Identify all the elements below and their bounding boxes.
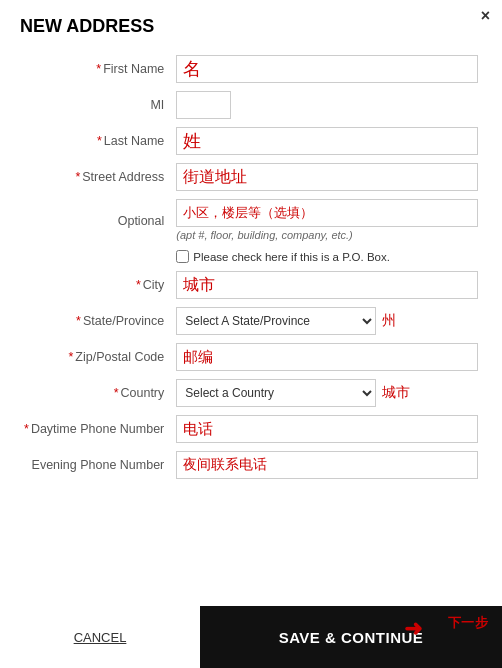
required-star: * — [97, 134, 102, 148]
mi-label: MI — [20, 87, 172, 123]
required-star: * — [24, 422, 29, 436]
optional-input[interactable] — [176, 199, 478, 227]
country-label: *Country — [20, 375, 172, 411]
state-label: *State/Province — [20, 303, 172, 339]
mi-cell — [172, 87, 482, 123]
next-label: 下一步 — [448, 614, 489, 632]
zip-label: *Zip/Postal Code — [20, 339, 172, 375]
po-box-checkbox[interactable] — [176, 250, 189, 263]
form-footer: CANCEL ➜ 下一步 SAVE & CONTINUE — [0, 606, 502, 668]
required-star: * — [136, 278, 141, 292]
po-box-text: Please check here if this is a P.O. Box. — [193, 251, 390, 263]
evening-phone-cell — [172, 447, 482, 483]
street-address-input[interactable] — [176, 163, 478, 191]
city-cell — [172, 267, 482, 303]
daytime-phone-label: *Daytime Phone Number — [20, 411, 172, 447]
first-name-input[interactable] — [176, 55, 478, 83]
save-label: SAVE & CONTINUE — [279, 629, 424, 646]
city-label: *City — [20, 267, 172, 303]
first-name-cell — [172, 51, 482, 87]
zip-cell — [172, 339, 482, 375]
close-button[interactable]: × — [481, 8, 490, 24]
required-star: * — [96, 62, 101, 76]
optional-label: Optional — [20, 195, 172, 246]
modal-title: NEW ADDRESS — [20, 16, 482, 37]
last-name-label: *Last Name — [20, 123, 172, 159]
state-select[interactable]: Select A State/Province — [176, 307, 376, 335]
daytime-phone-input[interactable] — [176, 415, 478, 443]
zip-input[interactable] — [176, 343, 478, 371]
country-chinese: 城市 — [382, 384, 410, 402]
arrow-icon: ➜ — [404, 616, 423, 642]
cancel-button[interactable]: CANCEL — [0, 606, 200, 668]
country-cell: Select a Country 城市 — [172, 375, 482, 411]
required-star: * — [75, 170, 80, 184]
modal: × NEW ADDRESS *First Name MI — [0, 0, 502, 668]
save-continue-button[interactable]: ➜ 下一步 SAVE & CONTINUE — [200, 606, 502, 668]
po-box-cell: Please check here if this is a P.O. Box. — [172, 246, 482, 267]
evening-phone-input[interactable] — [176, 451, 478, 479]
city-input[interactable] — [176, 271, 478, 299]
last-name-cell — [172, 123, 482, 159]
last-name-input[interactable] — [176, 127, 478, 155]
optional-sublabel: (apt #, floor, building, company, etc.) — [176, 229, 353, 241]
street-address-cell — [172, 159, 482, 195]
required-star: * — [68, 350, 73, 364]
po-box-label-cell — [20, 246, 172, 267]
state-chinese: 州 — [382, 312, 396, 330]
street-address-label: *Street Address — [20, 159, 172, 195]
daytime-phone-cell — [172, 411, 482, 447]
optional-cell: (apt #, floor, building, company, etc.) — [172, 195, 482, 246]
address-form: *First Name MI *Last Name — [20, 51, 482, 483]
first-name-label: *First Name — [20, 51, 172, 87]
mi-input[interactable] — [176, 91, 231, 119]
state-cell: Select A State/Province 州 — [172, 303, 482, 339]
country-select[interactable]: Select a Country — [176, 379, 376, 407]
required-star: * — [76, 314, 81, 328]
required-star: * — [114, 386, 119, 400]
evening-phone-label: Evening Phone Number — [20, 447, 172, 483]
